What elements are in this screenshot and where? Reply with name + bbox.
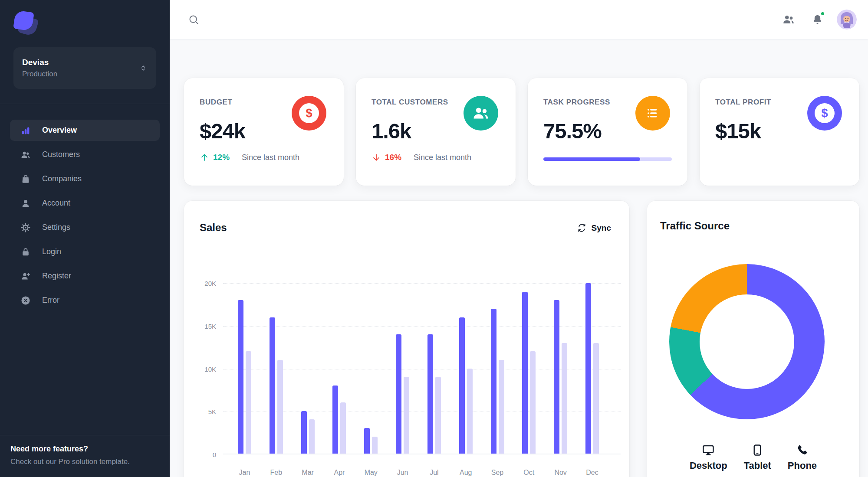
stat-label: TOTAL PROFIT bbox=[715, 98, 771, 107]
legend-item-phone: Phone bbox=[788, 444, 817, 471]
sidebar-divider bbox=[0, 104, 170, 104]
sidebar-footer: Need more features? Check out our Pro so… bbox=[0, 435, 170, 477]
bar-group bbox=[364, 283, 378, 454]
avatar[interactable] bbox=[837, 10, 857, 29]
bar bbox=[585, 283, 591, 454]
traffic-source-card: Traffic Source Desktop Tablet Phone bbox=[647, 201, 859, 477]
bar-chart-plot bbox=[223, 283, 621, 454]
stat-value: 1.6k bbox=[372, 119, 411, 143]
legend-label: Tablet bbox=[744, 460, 771, 471]
sidebar: Devias Production Overview Customers bbox=[0, 0, 170, 477]
bar-group bbox=[427, 283, 441, 454]
sidebar-item-login[interactable]: Login bbox=[10, 241, 160, 262]
gear-icon bbox=[20, 222, 31, 233]
bar-group bbox=[396, 283, 409, 454]
arrow-up-icon bbox=[200, 153, 209, 162]
bar-group bbox=[585, 283, 599, 454]
bar bbox=[562, 343, 567, 454]
x-circle-icon bbox=[20, 295, 31, 306]
workspace-selector[interactable]: Devias Production bbox=[13, 47, 156, 89]
user-plus-icon bbox=[20, 271, 31, 281]
trend-row: 12% Since last month bbox=[200, 153, 299, 162]
bar bbox=[499, 360, 504, 454]
sidebar-item-label: Error bbox=[42, 296, 59, 305]
currency-dollar-icon: $ bbox=[292, 96, 326, 131]
x-axis-label: Feb bbox=[270, 469, 283, 477]
sidebar-item-error[interactable]: Error bbox=[10, 290, 160, 311]
task-progress-card: TASK PROGRESS 75.5% bbox=[528, 78, 687, 186]
sidebar-item-label: Overview bbox=[42, 126, 77, 135]
sidebar-item-customers[interactable]: Customers bbox=[10, 144, 160, 165]
sidebar-item-register[interactable]: Register bbox=[10, 265, 160, 287]
tablet-icon bbox=[751, 444, 764, 457]
bar bbox=[332, 386, 338, 454]
pro-template-link[interactable]: Check out our Pro solution template. bbox=[10, 457, 159, 466]
trend-caption: Since last month bbox=[414, 153, 471, 162]
sidebar-item-label: Companies bbox=[42, 174, 82, 183]
workspace-environment: Production bbox=[22, 70, 139, 78]
dashboard: Devias Production Overview Customers bbox=[0, 0, 868, 477]
x-axis-label: Jul bbox=[427, 469, 441, 477]
sidebar-item-label: Login bbox=[42, 247, 61, 256]
devias-logo-icon bbox=[13, 10, 39, 36]
notifications-button[interactable] bbox=[808, 10, 826, 29]
total-customers-card: TOTAL CUSTOMERS 1.6k 16% Since last mont… bbox=[356, 78, 516, 186]
user-icon bbox=[20, 198, 31, 209]
bar bbox=[238, 300, 243, 454]
legend-label: Desktop bbox=[690, 460, 727, 471]
shopping-bag-icon bbox=[20, 174, 31, 184]
x-axis-label: Apr bbox=[332, 469, 346, 477]
trend-caption: Since last month bbox=[242, 153, 299, 162]
trend-value: 16% bbox=[385, 153, 401, 162]
legend-item-tablet: Tablet bbox=[744, 444, 771, 471]
bar bbox=[246, 351, 251, 454]
sidebar-item-companies[interactable]: Companies bbox=[10, 168, 160, 189]
contacts-button[interactable] bbox=[779, 10, 798, 29]
sidebar-item-label: Settings bbox=[42, 223, 70, 232]
sync-button[interactable]: Sync bbox=[574, 222, 614, 233]
bar bbox=[522, 292, 528, 454]
x-axis-label: Mar bbox=[301, 469, 315, 477]
desktop-icon bbox=[702, 444, 715, 457]
x-axis-label: Aug bbox=[459, 469, 473, 477]
y-axis-label: 10K bbox=[194, 365, 216, 372]
sidebar-item-settings[interactable]: Settings bbox=[10, 217, 160, 238]
x-axis-label: Sep bbox=[491, 469, 504, 477]
bar-group bbox=[491, 283, 504, 454]
workspace-name: Devias bbox=[22, 58, 139, 67]
lock-icon bbox=[20, 247, 31, 257]
sidebar-item-overview[interactable]: Overview bbox=[10, 120, 160, 141]
trend-value: 12% bbox=[213, 153, 230, 162]
sync-icon bbox=[577, 223, 587, 233]
caret-up-down-icon bbox=[139, 64, 148, 72]
sidebar-item-account[interactable]: Account bbox=[10, 193, 160, 214]
bar-group bbox=[459, 283, 473, 454]
bar-group bbox=[270, 283, 283, 454]
legend-item-desktop: Desktop bbox=[690, 444, 727, 471]
phone-icon bbox=[796, 444, 809, 457]
y-axis-label: 5K bbox=[194, 408, 216, 415]
notification-badge bbox=[820, 11, 825, 16]
total-profit-card: TOTAL PROFIT $ $15k bbox=[700, 78, 859, 186]
sales-title: Sales bbox=[200, 222, 227, 234]
bar bbox=[309, 419, 315, 454]
bar bbox=[491, 309, 496, 454]
bar bbox=[530, 351, 536, 454]
bar bbox=[404, 377, 409, 454]
y-axis-label: 15K bbox=[194, 322, 216, 330]
trend-row: 16% Since last month bbox=[372, 153, 471, 162]
list-bullet-icon bbox=[635, 96, 670, 131]
y-axis-label: 20K bbox=[194, 280, 216, 287]
bar bbox=[593, 343, 599, 454]
stat-label: TASK PROGRESS bbox=[543, 98, 610, 107]
users-icon bbox=[464, 96, 498, 131]
stat-value: $24k bbox=[200, 119, 245, 143]
traffic-title: Traffic Source bbox=[660, 220, 730, 232]
x-axis-label: Nov bbox=[554, 469, 567, 477]
month-labels: JanFebMarAprMayJunJulAugSepOctNovDec bbox=[223, 469, 621, 477]
search-button[interactable] bbox=[184, 10, 203, 29]
bar-group bbox=[301, 283, 315, 454]
users-icon bbox=[782, 13, 795, 26]
stat-value: 75.5% bbox=[543, 119, 602, 143]
sidebar-footer-title: Need more features? bbox=[10, 444, 159, 454]
